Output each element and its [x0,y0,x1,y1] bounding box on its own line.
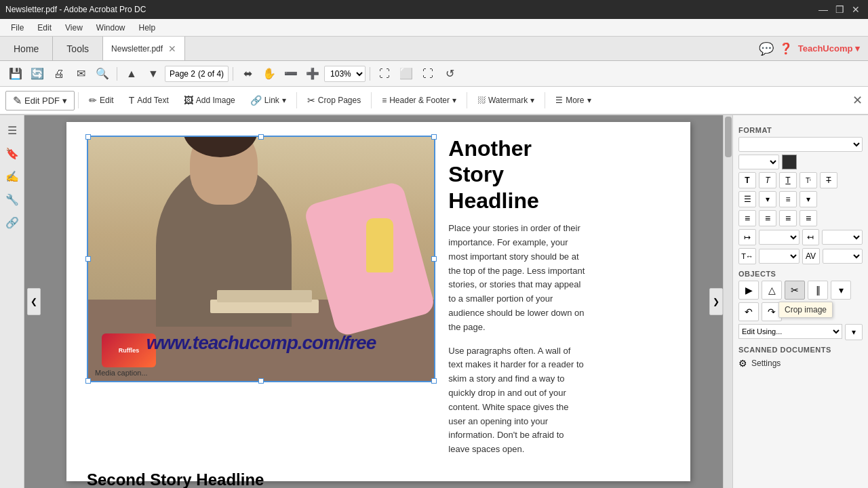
align-objects-dropdown[interactable]: ▾ [831,281,851,300]
menu-window[interactable]: Window [91,22,131,34]
comment-icon[interactable]: 💬 [759,41,774,56]
menu-help[interactable]: Help [134,22,161,34]
tab-close-button[interactable]: ✕ [168,44,176,54]
print-button[interactable]: 🖨 [49,64,69,83]
bullet-dropdown-button[interactable]: ▾ [759,191,776,207]
watermark-button[interactable]: ⛆ Watermark ▾ [471,93,541,108]
word-spacing-icon[interactable]: AV [802,248,820,264]
window-controls[interactable]: — ❒ ✕ [816,3,863,16]
sidebar-link2-icon[interactable]: 🔗 [3,213,22,232]
fit-width-button[interactable]: ⬜ [396,64,416,83]
char-spacing-select[interactable] [759,249,800,264]
close-button[interactable]: ✕ [849,3,863,16]
minimize-button[interactable]: — [816,3,830,16]
scrollbar-thumb[interactable] [725,117,732,157]
ordered-list-button[interactable]: ≡ [779,191,797,207]
email-button[interactable]: ✉ [71,64,91,83]
add-text-button[interactable]: T Add Text [122,92,176,108]
edit-using-dropdown-button[interactable]: ▾ [845,324,863,340]
bullet-list-button[interactable]: ☰ [738,191,756,207]
image-container[interactable]: Ruffles www.teachucomp.com/free Media ca… [87,136,435,382]
bold-button[interactable]: T [738,172,756,188]
menu-file[interactable]: File [5,22,29,34]
header-footer-button[interactable]: ≡ Header & Footer ▾ [375,93,463,108]
tab-home[interactable]: Home [0,37,53,60]
underline-button[interactable]: T [779,172,797,188]
undo-button[interactable]: ↶ [738,302,759,321]
edit-pdf-button[interactable]: ✎ Edit PDF ▾ [5,91,75,110]
format-style-select[interactable] [738,137,863,152]
handle-mid-left[interactable] [85,256,91,262]
handle-top-right[interactable] [431,134,437,140]
superscript-button[interactable]: Tⁱ [800,172,817,188]
sidebar-bookmark-icon[interactable]: 🔖 [3,144,22,163]
fit-page-button[interactable]: ⛶ [374,64,395,83]
indent-icon[interactable]: ↦ [738,229,756,245]
create-button[interactable]: 🔄 [27,64,47,83]
char-spacing-icon[interactable]: T↔ [738,248,756,264]
handle-mid-right[interactable] [431,256,437,262]
handle-bot-center[interactable] [258,378,264,384]
full-screen-button[interactable]: ⛶ [418,64,438,83]
crop-image-tooltip: Crop image [778,302,833,318]
zoom-out-button[interactable]: ➖ [281,64,301,83]
settings-row[interactable]: ⚙ Settings [738,357,863,370]
rotate-button[interactable]: ↺ [439,64,460,83]
tab-document[interactable]: Newsletter.pdf ✕ [103,37,185,60]
handle-top-left[interactable] [85,134,91,140]
indent-select[interactable] [759,230,800,245]
outdent-select[interactable] [822,230,863,245]
app-title: Newsletter.pdf - Adobe Acrobat Pro DC [5,5,146,14]
crop-pages-button[interactable]: ✂ Crop Pages [300,92,368,108]
scroll-right-button[interactable]: ❯ [709,288,723,315]
restore-button[interactable]: ❒ [833,3,846,16]
align-right-button[interactable]: ≡ [779,210,797,226]
select-tool[interactable]: ⬌ [237,64,258,83]
hand-tool[interactable]: ✋ [259,64,279,83]
align-center-button[interactable]: ≡ [759,210,776,226]
ordered-dropdown-button[interactable]: ▾ [800,191,817,207]
edit-sep-5 [545,92,545,108]
prev-page-button[interactable]: ▲ [121,64,142,83]
align-objects-button[interactable]: ‖ [808,281,828,300]
close-edit-panel-button[interactable]: ✕ [852,93,863,108]
more-button[interactable]: ☰ More ▾ [549,93,597,108]
handle-top-center[interactable] [258,134,264,140]
italic-button[interactable]: T [759,172,776,188]
color-picker-box[interactable] [782,155,797,169]
zoom-select[interactable]: 103% 75% 100% 125% 150% [324,66,366,82]
strikethrough-button[interactable]: T [820,172,837,188]
link-button[interactable]: 🔗 Link ▾ [243,92,293,108]
tab-tools[interactable]: Tools [53,37,103,60]
zoom-in-button[interactable]: ➕ [302,64,323,83]
outdent-icon[interactable]: ↤ [802,229,820,245]
word-spacing-select[interactable] [823,249,863,264]
crop-image-button[interactable]: ✂ Crop image [785,281,805,300]
brand-label[interactable]: TeachUcomp ▾ [798,43,860,54]
flip-button[interactable]: △ [762,281,782,300]
sidebar-signature-icon[interactable]: ✍ [3,167,22,186]
tab-bar-right: 💬 ❓ TeachUcomp ▾ [751,37,868,60]
edit-sep-2 [296,92,297,108]
edit-using-select[interactable]: Edit Using... [738,324,842,339]
font-size-select[interactable] [738,155,779,169]
scroll-left-button[interactable]: ❮ [27,288,41,315]
handle-bot-left[interactable] [85,378,91,384]
save-button[interactable]: 💾 [5,64,26,83]
sidebar-tools-icon[interactable]: 🔧 [3,190,22,209]
edit-button[interactable]: ✏ Edit [82,92,121,108]
align-left-button[interactable]: ≡ [738,210,756,226]
arrange-button[interactable]: ▶ [738,281,759,300]
find-button[interactable]: 🔍 [92,64,113,83]
menu-view[interactable]: View [60,22,88,34]
menu-edit[interactable]: Edit [32,22,57,34]
main-area: ☰ 🔖 ✍ 🔧 🔗 ❮ [0,115,868,488]
next-page-button[interactable]: ▼ [143,64,163,83]
handle-bot-right[interactable] [431,378,437,384]
sidebar-thumbnail-icon[interactable]: ☰ [3,121,22,140]
scrollbar[interactable] [723,115,732,488]
add-image-button[interactable]: 🖼 Add Image [177,92,242,108]
help-icon[interactable]: ❓ [779,42,793,55]
crop-icon: ✂ [307,95,315,106]
align-justify-button[interactable]: ≡ [800,210,817,226]
